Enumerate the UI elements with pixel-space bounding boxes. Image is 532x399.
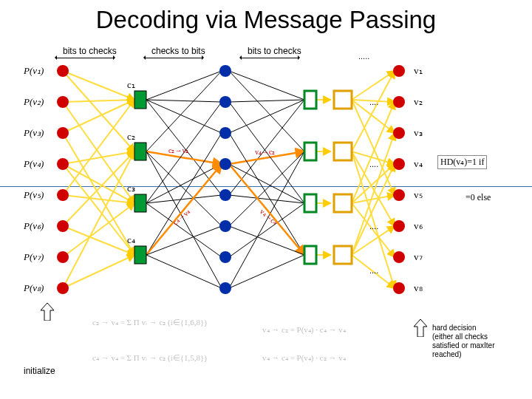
dots-4: .... [369, 266, 378, 275]
svg-point-71 [57, 158, 69, 170]
v-nodes-col2 [219, 65, 231, 294]
vlabel-3: v₃ [414, 127, 423, 139]
svg-line-42 [229, 195, 304, 203]
svg-point-96 [393, 65, 405, 77]
stage3-label: bits to checks [248, 46, 301, 56]
hard-decision-text: hard decision (either all checks satisfi… [432, 324, 514, 359]
svg-line-64 [352, 133, 395, 255]
msg-c2v4: c₂→v₄ [168, 146, 188, 154]
svg-line-25 [146, 164, 222, 203]
svg-line-15 [63, 255, 134, 288]
svg-line-30 [146, 226, 222, 255]
c-nodes-col1 [134, 91, 146, 264]
svg-point-100 [393, 189, 405, 201]
svg-rect-90 [304, 194, 316, 212]
vlabel-4: v₄ [414, 158, 423, 170]
svg-point-101 [393, 220, 405, 232]
horizontal-divider [0, 186, 532, 187]
svg-line-20 [146, 71, 222, 151]
svg-point-80 [219, 65, 231, 77]
c1-label: c₁ [127, 79, 135, 91]
svg-line-14 [63, 226, 134, 255]
msg-v4c2: v₄→c₂ [255, 148, 275, 156]
stage2-label: checks to bits [151, 46, 205, 56]
svg-point-98 [393, 127, 405, 139]
c4-label: c₄ [127, 234, 135, 246]
svg-line-52 [352, 71, 395, 100]
vlabel-6: v₆ [414, 220, 423, 232]
page-title: Decoding via Message Passing [0, 6, 532, 34]
equation-c4v4: c₄ → v₄ = Σ Π vᵢ → c₂ (i∈{1,5,8}) [92, 353, 262, 387]
svg-point-70 [57, 127, 69, 139]
svg-rect-93 [334, 143, 352, 160]
svg-point-87 [219, 282, 231, 294]
hd-line1: HD(v₄)=1 if [437, 155, 487, 169]
svg-line-13 [63, 164, 134, 255]
svg-line-8 [63, 102, 134, 203]
dots-2: .... [369, 160, 378, 168]
svg-line-6 [63, 151, 134, 226]
svg-line-5 [63, 151, 134, 164]
svg-point-97 [393, 96, 405, 108]
prob-v1: P(v₁) [24, 65, 44, 77]
vlabel-7: v₇ [414, 251, 423, 263]
svg-point-82 [219, 127, 231, 139]
svg-line-41 [229, 164, 304, 203]
stage3-arrow [240, 58, 299, 58]
svg-line-60 [352, 102, 395, 203]
svg-line-65 [352, 164, 395, 255]
svg-line-32 [229, 71, 304, 100]
dots-1: .... [369, 98, 378, 106]
svg-line-55 [352, 100, 395, 195]
svg-rect-88 [304, 91, 316, 109]
stage2-arrow [144, 58, 203, 58]
svg-line-61 [352, 164, 395, 203]
svg-line-62 [352, 195, 395, 203]
svg-line-36 [229, 71, 304, 151]
svg-point-85 [219, 220, 231, 232]
svg-point-73 [57, 220, 69, 232]
prob-v4: P(v₄) [24, 158, 44, 170]
svg-line-0 [63, 71, 134, 100]
svg-line-3 [63, 100, 134, 195]
vlabel-2: v₂ [414, 96, 423, 108]
svg-rect-94 [334, 194, 352, 212]
svg-point-81 [219, 96, 231, 108]
prob-v6: P(v₆) [24, 220, 44, 232]
prob-v3: P(v₃) [24, 127, 44, 139]
stage1-label: bits to checks [63, 46, 117, 56]
svg-point-75 [57, 282, 69, 294]
svg-line-34 [229, 100, 304, 133]
equation-v4c4: v₄ → c₄ = P(v₄) · c₂ → v₄ [262, 353, 432, 387]
svg-rect-79 [134, 246, 146, 264]
svg-point-69 [57, 96, 69, 108]
c2-label: c₂ [127, 131, 135, 143]
svg-point-102 [393, 251, 405, 263]
prob-v8: P(v₈) [24, 282, 44, 294]
svg-line-2 [63, 100, 134, 133]
delay-boxes [334, 91, 352, 264]
svg-line-33 [229, 100, 304, 102]
vlabel-1: v₁ [414, 65, 423, 77]
stage-ellipsis: ..... [358, 52, 369, 61]
v-nodes-col1 [57, 65, 69, 294]
svg-line-16 [146, 71, 222, 100]
msg-c4v4: c₄→v₄ [171, 207, 192, 226]
stage1-arrow [55, 58, 115, 58]
svg-point-103 [393, 282, 405, 294]
svg-point-99 [393, 158, 405, 170]
svg-line-11 [63, 203, 134, 257]
svg-point-72 [57, 189, 69, 201]
svg-point-68 [57, 65, 69, 77]
initialize-arrow-icon [41, 303, 54, 321]
svg-line-31 [146, 255, 222, 288]
svg-rect-92 [334, 91, 352, 109]
vlabel-8: v₈ [414, 282, 423, 294]
prob-v7: P(v₇) [24, 251, 44, 263]
prob-v2: P(v₂) [24, 96, 44, 108]
svg-rect-89 [304, 143, 316, 160]
svg-line-7 [63, 151, 134, 288]
hd-else: =0 else [466, 192, 491, 203]
svg-line-46 [229, 226, 304, 255]
svg-line-12 [63, 133, 134, 255]
